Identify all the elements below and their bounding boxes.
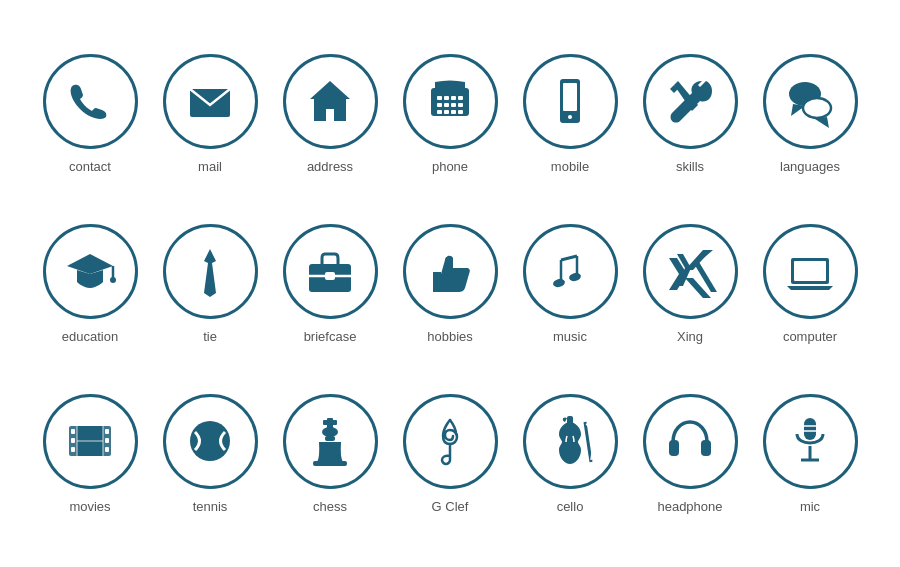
svg-rect-56 bbox=[323, 420, 337, 425]
circle-hobbies bbox=[403, 224, 498, 319]
icon-item-briefcase: briefcase bbox=[283, 224, 378, 344]
circle-tennis bbox=[163, 394, 258, 489]
svg-rect-47 bbox=[71, 447, 75, 452]
label-phone: phone bbox=[432, 159, 468, 174]
circle-skills bbox=[643, 54, 738, 149]
circle-mail bbox=[163, 54, 258, 149]
icon-item-tennis: tennis bbox=[163, 394, 258, 514]
icon-item-cello: cello bbox=[523, 394, 618, 514]
svg-rect-5 bbox=[444, 96, 449, 100]
svg-rect-4 bbox=[437, 96, 442, 100]
svg-rect-46 bbox=[71, 438, 75, 443]
label-movies: movies bbox=[69, 499, 110, 514]
svg-rect-14 bbox=[451, 110, 456, 114]
icon-item-movies: movies bbox=[43, 394, 138, 514]
icon-item-skills: skills bbox=[643, 54, 738, 174]
svg-rect-11 bbox=[458, 103, 463, 107]
svg-rect-17 bbox=[563, 83, 577, 111]
label-gclef: G Clef bbox=[432, 499, 469, 514]
svg-point-57 bbox=[322, 427, 338, 437]
svg-rect-8 bbox=[437, 103, 442, 107]
svg-rect-63 bbox=[701, 440, 711, 456]
label-tennis: tennis bbox=[193, 499, 228, 514]
icon-item-music: music bbox=[523, 224, 618, 344]
icon-item-tie: tie bbox=[163, 224, 258, 344]
svg-marker-24 bbox=[67, 254, 113, 274]
icon-item-phone: phone bbox=[403, 54, 498, 174]
svg-point-35 bbox=[568, 272, 582, 283]
svg-rect-13 bbox=[444, 110, 449, 114]
svg-rect-49 bbox=[105, 438, 109, 443]
icon-item-headphone: headphone bbox=[643, 394, 738, 514]
svg-point-54 bbox=[190, 421, 230, 461]
icon-item-education: education bbox=[43, 224, 138, 344]
svg-rect-15 bbox=[458, 110, 463, 114]
label-education: education bbox=[62, 329, 118, 344]
label-contact: contact bbox=[69, 159, 111, 174]
label-hobbies: hobbies bbox=[427, 329, 473, 344]
circle-computer bbox=[763, 224, 858, 319]
label-languages: languages bbox=[780, 159, 840, 174]
label-briefcase: briefcase bbox=[304, 329, 357, 344]
label-tie: tie bbox=[203, 329, 217, 344]
label-mobile: mobile bbox=[551, 159, 589, 174]
circle-mic bbox=[763, 394, 858, 489]
svg-point-22 bbox=[803, 98, 831, 118]
svg-line-33 bbox=[561, 256, 577, 260]
label-address: address bbox=[307, 159, 353, 174]
svg-point-18 bbox=[568, 115, 572, 119]
svg-rect-62 bbox=[669, 440, 679, 456]
label-cello: cello bbox=[557, 499, 584, 514]
icon-item-xing: Xing bbox=[643, 224, 738, 344]
circle-headphone bbox=[643, 394, 738, 489]
label-mail: mail bbox=[198, 159, 222, 174]
svg-rect-6 bbox=[451, 96, 456, 100]
svg-rect-9 bbox=[444, 103, 449, 107]
icon-item-computer: computer bbox=[763, 224, 858, 344]
svg-rect-2 bbox=[326, 109, 334, 121]
svg-point-26 bbox=[110, 277, 116, 283]
icon-item-mail: mail bbox=[163, 54, 258, 174]
svg-rect-45 bbox=[71, 429, 75, 434]
circle-tie bbox=[163, 224, 258, 319]
svg-rect-41 bbox=[794, 261, 826, 281]
icon-item-chess: chess bbox=[283, 394, 378, 514]
svg-rect-7 bbox=[458, 96, 463, 100]
svg-rect-50 bbox=[105, 447, 109, 452]
circle-address bbox=[283, 54, 378, 149]
circle-xing bbox=[643, 224, 738, 319]
circle-cello bbox=[523, 394, 618, 489]
svg-rect-12 bbox=[437, 110, 442, 114]
circle-contact bbox=[43, 54, 138, 149]
circle-education bbox=[43, 224, 138, 319]
circle-phone bbox=[403, 54, 498, 149]
svg-rect-3 bbox=[431, 88, 469, 116]
svg-point-34 bbox=[552, 278, 566, 289]
label-chess: chess bbox=[313, 499, 347, 514]
label-xing: Xing bbox=[677, 329, 703, 344]
circle-languages bbox=[763, 54, 858, 149]
circle-chess bbox=[283, 394, 378, 489]
circle-gclef bbox=[403, 394, 498, 489]
svg-rect-64 bbox=[804, 418, 816, 440]
circle-mobile bbox=[523, 54, 618, 149]
label-music: music bbox=[553, 329, 587, 344]
label-mic: mic bbox=[800, 499, 820, 514]
svg-rect-48 bbox=[105, 429, 109, 434]
circle-music bbox=[523, 224, 618, 319]
svg-rect-58 bbox=[325, 436, 335, 441]
icon-item-gclef: G Clef bbox=[403, 394, 498, 514]
circle-briefcase bbox=[283, 224, 378, 319]
icon-item-languages: languages bbox=[763, 54, 858, 174]
icon-item-address: address bbox=[283, 54, 378, 174]
svg-marker-27 bbox=[204, 249, 216, 297]
label-headphone: headphone bbox=[657, 499, 722, 514]
circle-movies bbox=[43, 394, 138, 489]
svg-rect-61 bbox=[567, 416, 573, 426]
svg-rect-30 bbox=[325, 272, 335, 280]
svg-rect-59 bbox=[313, 461, 347, 466]
label-computer: computer bbox=[783, 329, 837, 344]
icon-item-mobile: mobile bbox=[523, 54, 618, 174]
icon-item-hobbies: hobbies bbox=[403, 224, 498, 344]
icon-item-mic: mic bbox=[763, 394, 858, 514]
